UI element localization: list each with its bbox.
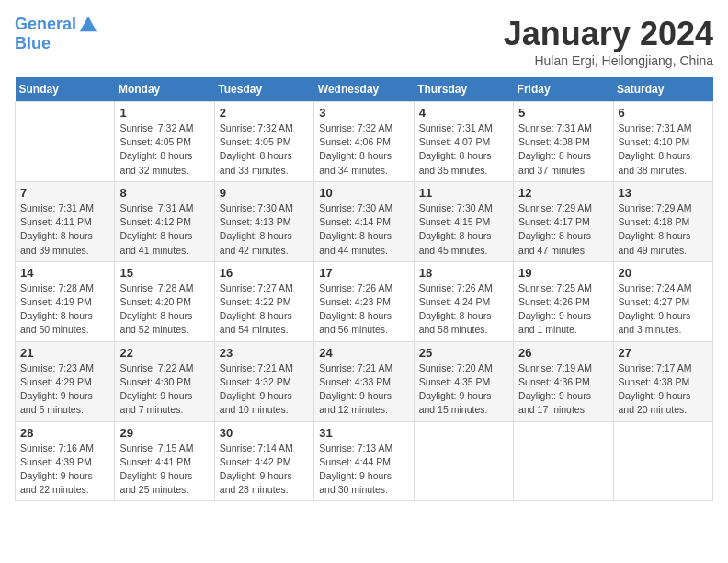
day-number: 26: [518, 346, 608, 360]
day-info: Sunrise: 7:30 AM Sunset: 4:15 PM Dayligh…: [419, 201, 508, 258]
day-info: Sunrise: 7:31 AM Sunset: 4:07 PM Dayligh…: [419, 121, 508, 178]
calendar-cell: 24Sunrise: 7:21 AM Sunset: 4:33 PM Dayli…: [314, 341, 414, 421]
day-number: 15: [119, 266, 209, 280]
calendar-cell: [16, 102, 115, 182]
day-info: Sunrise: 7:31 AM Sunset: 4:11 PM Dayligh…: [20, 201, 109, 258]
day-info: Sunrise: 7:32 AM Sunset: 4:05 PM Dayligh…: [220, 121, 309, 178]
day-info: Sunrise: 7:32 AM Sunset: 4:05 PM Dayligh…: [119, 121, 209, 178]
day-number: 6: [619, 106, 708, 120]
day-number: 11: [419, 186, 508, 200]
day-number: 25: [419, 346, 508, 360]
page-header: General Blue January 2024 Hulan Ergi, He…: [15, 15, 713, 68]
day-number: 2: [220, 106, 309, 120]
calendar-cell: 15Sunrise: 7:28 AM Sunset: 4:20 PM Dayli…: [115, 261, 214, 341]
day-info: Sunrise: 7:27 AM Sunset: 4:22 PM Dayligh…: [220, 282, 309, 338]
day-number: 14: [20, 266, 109, 280]
calendar-cell: 20Sunrise: 7:24 AM Sunset: 4:27 PM Dayli…: [613, 261, 712, 341]
day-number: 10: [319, 186, 408, 200]
calendar-cell: 22Sunrise: 7:22 AM Sunset: 4:30 PM Dayli…: [115, 341, 214, 421]
calendar-week-row: 28Sunrise: 7:16 AM Sunset: 4:39 PM Dayli…: [16, 421, 713, 501]
day-info: Sunrise: 7:24 AM Sunset: 4:27 PM Dayligh…: [619, 282, 708, 338]
calendar-cell: 21Sunrise: 7:23 AM Sunset: 4:29 PM Dayli…: [16, 341, 115, 421]
calendar-cell: 16Sunrise: 7:27 AM Sunset: 4:22 PM Dayli…: [214, 261, 313, 341]
day-info: Sunrise: 7:15 AM Sunset: 4:41 PM Dayligh…: [119, 442, 209, 498]
day-info: Sunrise: 7:29 AM Sunset: 4:18 PM Dayligh…: [619, 201, 708, 258]
day-number: 27: [619, 346, 708, 360]
day-info: Sunrise: 7:25 AM Sunset: 4:26 PM Dayligh…: [518, 282, 608, 338]
day-of-week-header: Wednesday: [314, 77, 414, 102]
calendar-cell: 19Sunrise: 7:25 AM Sunset: 4:26 PM Dayli…: [514, 261, 613, 341]
calendar-week-row: 14Sunrise: 7:28 AM Sunset: 4:19 PM Dayli…: [16, 261, 713, 341]
day-number: 21: [20, 346, 109, 360]
day-number: 20: [619, 266, 708, 280]
day-info: Sunrise: 7:13 AM Sunset: 4:44 PM Dayligh…: [319, 442, 408, 498]
calendar-cell: 7Sunrise: 7:31 AM Sunset: 4:11 PM Daylig…: [16, 181, 115, 261]
day-number: 24: [319, 346, 408, 360]
calendar-cell: 31Sunrise: 7:13 AM Sunset: 4:44 PM Dayli…: [314, 421, 414, 501]
calendar-cell: 11Sunrise: 7:30 AM Sunset: 4:15 PM Dayli…: [414, 181, 513, 261]
calendar-cell: 9Sunrise: 7:30 AM Sunset: 4:13 PM Daylig…: [214, 181, 313, 261]
calendar-table: SundayMondayTuesdayWednesdayThursdayFrid…: [15, 77, 713, 501]
day-number: 29: [119, 426, 209, 440]
day-of-week-header: Sunday: [16, 77, 115, 102]
day-info: Sunrise: 7:32 AM Sunset: 4:06 PM Dayligh…: [319, 121, 408, 178]
day-info: Sunrise: 7:26 AM Sunset: 4:24 PM Dayligh…: [419, 282, 508, 338]
calendar-body: 1Sunrise: 7:32 AM Sunset: 4:05 PM Daylig…: [16, 102, 713, 501]
calendar-cell: 28Sunrise: 7:16 AM Sunset: 4:39 PM Dayli…: [16, 421, 115, 501]
calendar-cell: 6Sunrise: 7:31 AM Sunset: 4:10 PM Daylig…: [613, 102, 712, 182]
calendar-cell: 4Sunrise: 7:31 AM Sunset: 4:07 PM Daylig…: [414, 102, 513, 182]
day-info: Sunrise: 7:31 AM Sunset: 4:08 PM Dayligh…: [518, 121, 608, 178]
calendar-cell: 1Sunrise: 7:32 AM Sunset: 4:05 PM Daylig…: [115, 102, 214, 182]
day-number: 12: [518, 186, 608, 200]
calendar-cell: 8Sunrise: 7:31 AM Sunset: 4:12 PM Daylig…: [115, 181, 214, 261]
logo: General Blue: [15, 15, 98, 53]
calendar-header-row: SundayMondayTuesdayWednesdayThursdayFrid…: [16, 77, 713, 102]
day-of-week-header: Saturday: [613, 77, 712, 102]
calendar-week-row: 1Sunrise: 7:32 AM Sunset: 4:05 PM Daylig…: [16, 102, 713, 182]
month-title: January 2024: [504, 15, 713, 53]
day-number: 22: [119, 346, 209, 360]
calendar-cell: 27Sunrise: 7:17 AM Sunset: 4:38 PM Dayli…: [613, 341, 712, 421]
day-info: Sunrise: 7:30 AM Sunset: 4:13 PM Dayligh…: [220, 201, 309, 258]
day-info: Sunrise: 7:22 AM Sunset: 4:30 PM Dayligh…: [119, 362, 209, 418]
calendar-cell: 26Sunrise: 7:19 AM Sunset: 4:36 PM Dayli…: [514, 341, 613, 421]
calendar-cell: 12Sunrise: 7:29 AM Sunset: 4:17 PM Dayli…: [514, 181, 613, 261]
day-number: 9: [220, 186, 309, 200]
location-subtitle: Hulan Ergi, Heilongjiang, China: [504, 53, 713, 68]
calendar-cell: 3Sunrise: 7:32 AM Sunset: 4:06 PM Daylig…: [314, 102, 414, 182]
day-of-week-header: Monday: [115, 77, 214, 102]
day-number: 8: [119, 186, 209, 200]
day-number: 30: [220, 426, 309, 440]
day-number: 28: [20, 426, 109, 440]
day-of-week-header: Friday: [514, 77, 613, 102]
calendar-cell: 18Sunrise: 7:26 AM Sunset: 4:24 PM Dayli…: [414, 261, 513, 341]
day-info: Sunrise: 7:23 AM Sunset: 4:29 PM Dayligh…: [20, 362, 109, 418]
calendar-cell: 2Sunrise: 7:32 AM Sunset: 4:05 PM Daylig…: [214, 102, 313, 182]
day-number: 17: [319, 266, 408, 280]
day-of-week-header: Tuesday: [214, 77, 313, 102]
day-number: 31: [319, 426, 408, 440]
calendar-cell: [514, 421, 613, 501]
day-info: Sunrise: 7:28 AM Sunset: 4:20 PM Dayligh…: [119, 282, 209, 338]
day-number: 4: [419, 106, 508, 120]
day-info: Sunrise: 7:26 AM Sunset: 4:23 PM Dayligh…: [319, 282, 408, 338]
day-number: 18: [419, 266, 508, 280]
day-of-week-header: Thursday: [414, 77, 513, 102]
calendar-cell: 29Sunrise: 7:15 AM Sunset: 4:41 PM Dayli…: [115, 421, 214, 501]
title-block: January 2024 Hulan Ergi, Heilongjiang, C…: [504, 15, 713, 68]
day-number: 16: [220, 266, 309, 280]
calendar-week-row: 21Sunrise: 7:23 AM Sunset: 4:29 PM Dayli…: [16, 341, 713, 421]
logo-text: General Blue: [15, 15, 98, 53]
calendar-cell: 23Sunrise: 7:21 AM Sunset: 4:32 PM Dayli…: [214, 341, 313, 421]
day-info: Sunrise: 7:31 AM Sunset: 4:10 PM Dayligh…: [619, 121, 708, 178]
day-number: 13: [619, 186, 708, 200]
svg-marker-0: [80, 17, 97, 32]
day-info: Sunrise: 7:21 AM Sunset: 4:33 PM Dayligh…: [319, 362, 408, 418]
day-info: Sunrise: 7:16 AM Sunset: 4:39 PM Dayligh…: [20, 442, 109, 498]
calendar-cell: 17Sunrise: 7:26 AM Sunset: 4:23 PM Dayli…: [314, 261, 414, 341]
calendar-cell: 5Sunrise: 7:31 AM Sunset: 4:08 PM Daylig…: [514, 102, 613, 182]
day-info: Sunrise: 7:14 AM Sunset: 4:42 PM Dayligh…: [220, 442, 309, 498]
calendar-cell: 13Sunrise: 7:29 AM Sunset: 4:18 PM Dayli…: [613, 181, 712, 261]
day-number: 5: [518, 106, 608, 120]
day-info: Sunrise: 7:28 AM Sunset: 4:19 PM Dayligh…: [20, 282, 109, 338]
